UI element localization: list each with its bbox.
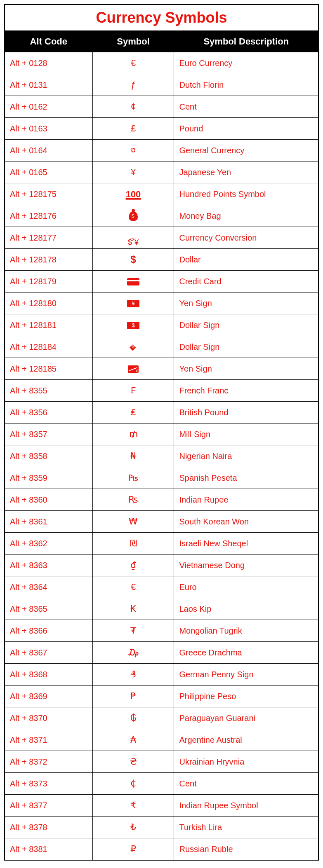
- table-row: Alt + 8360₨Indian Rupee: [5, 489, 318, 511]
- table-row: Alt + 128178$Dollar: [5, 249, 318, 271]
- alt-code-cell: Alt + 8367: [5, 642, 92, 664]
- symbol-cell: ¤: [92, 140, 174, 161]
- description-cell: Spanish Peseta: [174, 467, 318, 489]
- table-row: Alt + 8372₴Ukrainian Hryvnia: [5, 751, 318, 773]
- table-row: Alt + 8358₦Nigerian Naira: [5, 445, 318, 467]
- alt-code-cell: Alt + 8355: [5, 380, 92, 402]
- symbol-cell: ₫: [92, 554, 174, 576]
- table-title: Currency Symbols: [4, 4, 319, 30]
- alt-code-cell: Alt + 128178: [5, 249, 92, 271]
- table-row: Alt + 8369₱Philippine Peso: [5, 686, 318, 707]
- description-cell: Russian Ruble: [174, 838, 318, 861]
- currency-symbol-glyph: ₦: [130, 451, 136, 461]
- alt-code-cell: Alt + 0131: [5, 74, 92, 96]
- currency-symbol-glyph: ₰: [130, 669, 136, 679]
- table-row: Alt + 8368₰German Penny Sign: [5, 664, 318, 686]
- heavy-dollar-icon: $: [130, 254, 136, 265]
- table-row: Alt + 8365₭Laos Kip: [5, 598, 318, 620]
- description-cell: French Franc: [174, 380, 318, 402]
- table-row: Alt + 8363₫Vietnamese Dong: [5, 554, 318, 576]
- currency-symbol-glyph: ₱: [130, 691, 136, 701]
- symbol-cell: ₣: [92, 380, 174, 402]
- currency-symbol-glyph: ₮: [130, 625, 136, 636]
- currency-symbol-glyph: ₺: [130, 822, 136, 832]
- description-cell: Japanese Yen: [174, 161, 318, 183]
- table-row: Alt + 8357₥Mill Sign: [5, 423, 318, 445]
- alt-code-cell: Alt + 8362: [5, 533, 92, 554]
- currency-symbol-glyph: ₧: [128, 473, 138, 483]
- currency-symbol-glyph: €: [131, 582, 136, 592]
- symbol-cell: [92, 271, 174, 292]
- alt-code-cell: Alt + 128184: [5, 336, 92, 358]
- table-row: Alt + 8370₲Paraguayan Guarani: [5, 707, 318, 729]
- table-row: Alt + 8378₺Turkish Lira: [5, 817, 318, 838]
- table-row: Alt + 128176Money Bag: [5, 205, 318, 227]
- currency-symbol-glyph: ₪: [130, 538, 137, 548]
- description-cell: Euro: [174, 576, 318, 598]
- currency-symbol-glyph: ¢: [131, 101, 136, 112]
- description-cell: Currency Conversion: [174, 227, 318, 249]
- symbol-cell: €: [92, 576, 174, 598]
- currency-symbol-glyph: ₩: [129, 516, 138, 526]
- alt-code-cell: Alt + 8369: [5, 686, 92, 707]
- alt-code-cell: Alt + 8378: [5, 817, 92, 838]
- symbol-cell: [92, 358, 174, 380]
- description-cell: Euro Currency: [174, 52, 318, 74]
- table-row: Alt + 8366₮Mongolian Tugrik: [5, 620, 318, 642]
- header-symbol: Symbol: [92, 31, 174, 52]
- table-row: Alt + 128184Dollar Sign: [5, 336, 318, 358]
- credit-card-icon: [127, 278, 139, 285]
- alt-code-cell: Alt + 128175: [5, 183, 92, 205]
- symbol-cell: [92, 205, 174, 227]
- description-cell: British Pound: [174, 402, 318, 423]
- symbol-cell: 100: [92, 183, 174, 205]
- table-header-row: Alt Code Symbol Symbol Description: [5, 31, 318, 52]
- symbol-cell: ₴: [92, 751, 174, 773]
- currency-symbol-glyph: ₨: [128, 494, 138, 505]
- symbol-cell: ₹: [92, 795, 174, 817]
- money-bag-icon: [129, 211, 138, 221]
- alt-code-cell: Alt + 8365: [5, 598, 92, 620]
- symbol-cell: ₥: [92, 423, 174, 445]
- currency-symbol-glyph: ₣: [131, 385, 136, 395]
- table-row: Alt + 8362₪Israeli New Sheqel: [5, 533, 318, 554]
- symbol-cell: ₱: [92, 686, 174, 707]
- symbol-cell: ¥: [92, 292, 174, 314]
- table-row: Alt + 128185Yen Sign: [5, 358, 318, 380]
- symbol-cell: ₨: [92, 489, 174, 511]
- description-cell: Vietnamese Dong: [174, 554, 318, 576]
- table-row: Alt + 8373₵Cent: [5, 773, 318, 795]
- description-cell: Pound: [174, 118, 318, 140]
- table-row: Alt + 128175100Hundred Points Symbol: [5, 183, 318, 205]
- alt-code-cell: Alt + 8368: [5, 664, 92, 686]
- description-cell: Paraguayan Guarani: [174, 707, 318, 729]
- currency-symbol-glyph: ₲: [130, 713, 136, 723]
- currency-symbol-glyph: ₵: [130, 778, 136, 788]
- description-cell: Laos Kip: [174, 598, 318, 620]
- description-cell: Dollar: [174, 249, 318, 271]
- table-row: Alt + 0164¤General Currency: [5, 140, 318, 161]
- table-row: Alt + 0128€Euro Currency: [5, 52, 318, 74]
- alt-code-cell: Alt + 128181: [5, 314, 92, 336]
- alt-code-cell: Alt + 8371: [5, 729, 92, 751]
- alt-code-cell: Alt + 128176: [5, 205, 92, 227]
- table-row: Alt + 8355₣French Franc: [5, 380, 318, 402]
- currency-symbol-glyph: ₭: [130, 604, 136, 614]
- currency-symbol-glyph: ₤: [131, 407, 136, 417]
- description-cell: Credit Card: [174, 271, 318, 292]
- symbol-cell: ₤: [92, 402, 174, 423]
- description-cell: Yen Sign: [174, 358, 318, 380]
- description-cell: Hundred Points Symbol: [174, 183, 318, 205]
- description-cell: Argentine Austral: [174, 729, 318, 751]
- symbol-cell: ¥: [92, 161, 174, 183]
- alt-code-cell: Alt + 8357: [5, 423, 92, 445]
- description-cell: Mill Sign: [174, 423, 318, 445]
- alt-code-cell: Alt + 0164: [5, 140, 92, 161]
- description-cell: Philippine Peso: [174, 686, 318, 707]
- alt-code-cell: Alt + 128179: [5, 271, 92, 292]
- symbol-cell: ₭: [92, 598, 174, 620]
- symbol-cell: ₰: [92, 664, 174, 686]
- symbol-cell: ƒ: [92, 74, 174, 96]
- alt-code-cell: Alt + 8372: [5, 751, 92, 773]
- table-row: Alt + 8371₳Argentine Austral: [5, 729, 318, 751]
